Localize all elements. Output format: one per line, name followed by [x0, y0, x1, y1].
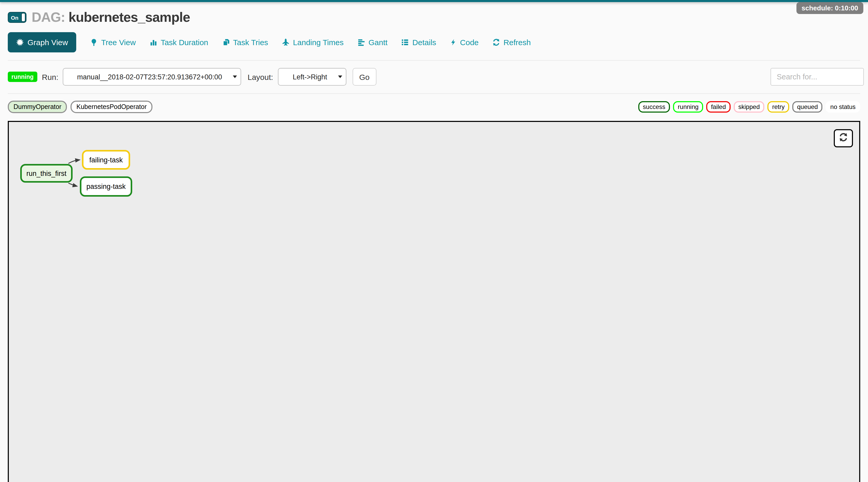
list-icon	[402, 38, 409, 46]
divider	[8, 60, 860, 61]
dag-name: kubernetes_sample	[68, 9, 190, 25]
run-label: Run:	[42, 72, 58, 81]
tab-details[interactable]: Details	[402, 38, 436, 47]
dag-on-off-toggle[interactable]: On	[8, 12, 26, 23]
edge-run-this-first-to-failing-task	[68, 160, 80, 163]
tab-refresh[interactable]: Refresh	[493, 38, 531, 47]
legend-status-running: running	[673, 101, 703, 113]
toggle-on-label: On	[11, 14, 19, 21]
dag-title-row: On DAG: kubernetes_sample	[8, 9, 860, 25]
divider	[8, 93, 860, 94]
task-node-passing-task[interactable]: passing-task	[80, 176, 132, 197]
legend-status-no-status: no status	[826, 101, 860, 113]
burst-icon	[16, 38, 24, 46]
operator-filter-kubernetespodoperator[interactable]: KubernetesPodOperator	[71, 101, 152, 113]
tab-label: Task Duration	[161, 38, 208, 47]
page-title: DAG: kubernetes_sample	[32, 9, 190, 25]
layout-select-value: Left->Right	[284, 73, 340, 81]
top-accent-bar	[0, 0, 868, 2]
edge-run-this-first-to-passing-task	[68, 183, 77, 186]
refresh-icon	[839, 133, 848, 144]
tab-label: Graph View	[28, 38, 68, 47]
tab-label: Refresh	[503, 38, 531, 47]
legend-status-retry: retry	[768, 101, 789, 113]
tab-label: Landing Times	[293, 38, 343, 47]
tab-label: Task Tries	[233, 38, 268, 47]
tab-gantt[interactable]: Gantt	[358, 38, 388, 47]
bar-chart-icon	[150, 38, 157, 46]
dag-graph-canvas: run_this_first failing-task passing-task	[8, 121, 860, 482]
plane-icon	[282, 38, 289, 46]
tab-task-tries[interactable]: Task Tries	[222, 38, 268, 47]
tab-label: Code	[460, 38, 478, 47]
tab-label: Gantt	[368, 38, 388, 47]
refresh-icon	[493, 38, 500, 46]
run-select-value: manual__2018-02-07T23:57:20.913672+00:00	[69, 73, 236, 81]
view-nav-tabs: Graph View Tree View	[8, 32, 860, 52]
operator-filter-dummyoperator[interactable]: DummyOperator	[8, 101, 67, 113]
tab-landing-times[interactable]: Landing Times	[282, 38, 343, 47]
legend-status-queued: queued	[793, 101, 823, 113]
tab-tree-view[interactable]: Tree View	[90, 38, 135, 47]
tree-icon	[90, 38, 97, 46]
legend-status-skipped: skipped	[734, 101, 765, 113]
graph-refresh-button[interactable]	[834, 129, 853, 147]
chevron-down-icon	[338, 76, 342, 78]
layout-select[interactable]: Left->Right	[278, 68, 346, 86]
tab-task-duration[interactable]: Task Duration	[150, 38, 208, 47]
bolt-icon	[450, 38, 456, 46]
task-node-failing-task[interactable]: failing-task	[82, 150, 130, 170]
search-input[interactable]	[771, 68, 864, 86]
tab-graph-view[interactable]: Graph View	[8, 32, 76, 52]
run-status-badge: running	[8, 71, 37, 82]
copy-icon	[222, 38, 229, 46]
chevron-down-icon	[233, 76, 237, 78]
airflow-graph-view-page: schedule: 0:10:00 On DAG: kubernetes_sam…	[0, 0, 868, 482]
toggle-knob	[21, 13, 25, 22]
tab-label: Details	[412, 38, 436, 47]
run-select[interactable]: manual__2018-02-07T23:57:20.913672+00:00	[63, 68, 241, 86]
legend-status-success: success	[638, 101, 670, 113]
dag-prefix-label: DAG:	[32, 9, 65, 25]
legend-status-failed: failed	[706, 101, 730, 113]
task-node-run-this-first[interactable]: run_this_first	[20, 164, 72, 183]
align-left-icon	[358, 38, 365, 46]
go-button[interactable]: Go	[352, 68, 376, 86]
schedule-badge: schedule: 0:10:00	[797, 2, 863, 14]
tab-label: Tree View	[101, 38, 135, 47]
run-control-bar: running Run: manual__2018-02-07T23:57:20…	[8, 68, 860, 86]
legend-row: DummyOperator KubernetesPodOperator succ…	[8, 101, 860, 113]
layout-label: Layout:	[248, 72, 273, 81]
tab-code[interactable]: Code	[450, 38, 478, 47]
